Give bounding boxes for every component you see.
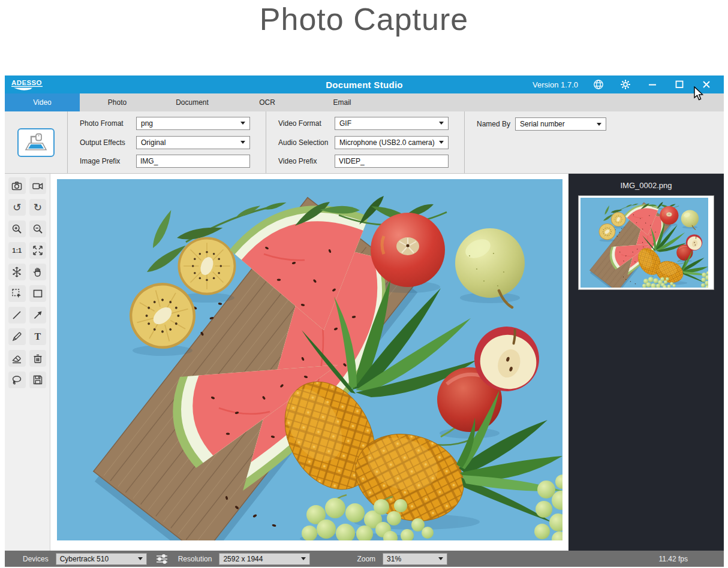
tab-video[interactable]: Video xyxy=(5,93,80,111)
device-settings-sliders-icon[interactable] xyxy=(155,554,169,564)
settings-gear-icon[interactable] xyxy=(619,78,632,91)
lasso-tool[interactable] xyxy=(8,371,26,388)
image-prefix-input[interactable] xyxy=(136,155,250,168)
video-format-value: GIF xyxy=(339,119,351,128)
one-to-one-icon: 1:1 xyxy=(12,247,22,254)
video-format-label: Video Format xyxy=(278,119,335,128)
resolution-label: Resolution xyxy=(178,555,212,563)
undo-tool[interactable]: ↺ xyxy=(8,199,26,216)
chevron-down-icon xyxy=(439,122,444,125)
devices-select[interactable]: Cybertrack 510 xyxy=(56,553,147,565)
minimize-button[interactable] xyxy=(646,78,659,91)
zoom-out-tool[interactable] xyxy=(29,220,47,237)
hand-icon xyxy=(32,266,44,278)
video-prefix-label: Video Prefix xyxy=(278,157,335,165)
pencil-icon xyxy=(11,331,23,343)
chevron-down-icon xyxy=(438,557,443,560)
zoom-out-icon xyxy=(32,223,44,235)
video-settings-column: Video Format GIF Audio Selection Microph… xyxy=(266,111,464,173)
chevron-down-icon xyxy=(240,122,245,125)
named-by-select[interactable]: Serial number xyxy=(515,117,606,131)
zoom-in-tool[interactable] xyxy=(8,220,26,237)
tab-bar: Video Photo Document OCR Email xyxy=(5,93,724,111)
video-camera-icon xyxy=(32,180,44,192)
chevron-down-icon xyxy=(301,557,306,560)
camera-tool[interactable] xyxy=(8,177,26,194)
output-effects-label: Output Effects xyxy=(80,138,136,147)
thumbnail-item[interactable] xyxy=(578,195,714,290)
preview-canvas[interactable] xyxy=(50,174,568,551)
arrow-icon xyxy=(32,309,44,321)
tab-document[interactable]: Document xyxy=(155,93,230,111)
photo-format-label: Photo Fromat xyxy=(80,119,136,128)
status-bar: Devices Cybertrack 510 Resolution 2592 x… xyxy=(5,551,724,567)
freeze-tool[interactable] xyxy=(8,264,26,280)
chevron-down-icon xyxy=(138,557,143,560)
chevron-down-icon xyxy=(240,141,245,144)
eraser-tool[interactable] xyxy=(8,350,26,367)
hand-tool[interactable] xyxy=(29,264,47,280)
chevron-down-icon xyxy=(597,123,601,126)
zoom-value: 31% xyxy=(387,555,401,563)
zoom-select[interactable]: 31% xyxy=(383,553,447,565)
audio-selection-label: Audio Selection xyxy=(278,138,335,147)
audio-selection-value: Microphone (USB2.0 camera) xyxy=(339,138,435,147)
lasso-icon xyxy=(11,374,23,386)
image-prefix-label: Image Prefix xyxy=(80,157,136,165)
fit-screen-tool[interactable] xyxy=(29,242,47,259)
audio-selection-select[interactable]: Microphone (USB2.0 camera) xyxy=(335,136,449,149)
resolution-value: 2592 x 1944 xyxy=(223,555,263,563)
video-format-select[interactable]: GIF xyxy=(335,117,449,130)
undo-icon: ↺ xyxy=(13,203,21,213)
capture-button[interactable] xyxy=(17,128,55,157)
named-by-value: Serial number xyxy=(520,120,565,128)
page-title: Photo Capture xyxy=(0,0,728,37)
save-icon xyxy=(32,374,44,386)
resolution-select[interactable]: 2592 x 1944 xyxy=(219,553,310,565)
video-prefix-input[interactable] xyxy=(335,155,449,168)
actual-size-tool[interactable]: 1:1 xyxy=(8,242,26,259)
delete-tool[interactable] xyxy=(29,350,47,367)
rectangle-tool[interactable] xyxy=(29,285,47,302)
camera-preview-image xyxy=(57,179,562,540)
camera-icon xyxy=(11,180,23,192)
marquee-select-tool[interactable] xyxy=(8,285,26,302)
output-effects-value: Original xyxy=(141,138,166,147)
line-tool[interactable] xyxy=(8,307,26,324)
fps-indicator: 11.42 fps xyxy=(659,555,688,563)
redo-icon: ↻ xyxy=(34,203,42,213)
thumbnail-filename: IMG_0002.png xyxy=(568,181,724,190)
photo-format-value: png xyxy=(141,119,153,128)
eraser-icon xyxy=(11,352,23,364)
document-camera-icon xyxy=(23,132,49,153)
save-tool[interactable] xyxy=(29,371,47,388)
tab-ocr[interactable]: OCR xyxy=(230,93,305,111)
tab-photo[interactable]: Photo xyxy=(80,93,155,111)
captures-panel: IMG_0002.png xyxy=(568,174,724,551)
pencil-tool[interactable] xyxy=(8,328,26,345)
maximize-button[interactable] xyxy=(673,78,686,91)
thumbnail-image xyxy=(580,198,708,288)
photo-settings-column: Photo Fromat png Output Effects Original… xyxy=(67,111,266,173)
text-tool[interactable]: T xyxy=(29,328,47,345)
naming-settings-column: Named By Serial number xyxy=(464,111,622,173)
chevron-down-icon xyxy=(439,141,444,144)
version-label: Version 1.7.0 xyxy=(533,80,578,89)
named-by-label: Named By xyxy=(477,120,510,128)
app-window: ADESSO Document Studio Version 1.7.0 xyxy=(5,75,724,567)
language-globe-icon[interactable] xyxy=(592,78,605,91)
tool-palette: ↺ ↻ 1:1 xyxy=(5,174,50,551)
video-tool[interactable] xyxy=(29,177,47,194)
zoom-label: Zoom xyxy=(357,555,375,563)
output-effects-select[interactable]: Original xyxy=(136,136,250,149)
photo-format-select[interactable]: png xyxy=(136,117,250,130)
tab-email[interactable]: Email xyxy=(305,93,380,111)
arrow-tool[interactable] xyxy=(29,307,47,324)
devices-label: Devices xyxy=(23,555,49,563)
trash-icon xyxy=(32,352,44,364)
titlebar: ADESSO Document Studio Version 1.7.0 xyxy=(5,75,724,93)
text-icon: T xyxy=(34,331,41,342)
device-value: Cybertrack 510 xyxy=(60,555,109,563)
redo-tool[interactable]: ↻ xyxy=(29,199,47,216)
close-button[interactable] xyxy=(700,78,713,91)
